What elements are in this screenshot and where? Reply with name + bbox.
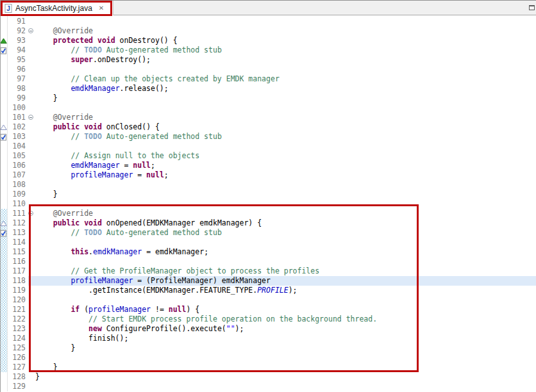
code-text[interactable]: // Start EMDK process profile operation …	[35, 314, 536, 324]
marker-bar-cell	[0, 26, 8, 36]
code-text[interactable]: public void onClosed() {	[35, 122, 536, 132]
code-text[interactable]: }	[35, 372, 536, 382]
code-text[interactable]: super.onDestroy();	[35, 55, 536, 65]
code-text[interactable]	[35, 382, 536, 391]
code-line-row[interactable]: 93 protected void onDestroy() {	[0, 36, 536, 45]
code-line-row[interactable]: 104	[0, 142, 536, 151]
restore-view-icon[interactable]	[529, 5, 535, 10]
code-text[interactable]: finish();	[35, 334, 536, 343]
code-line-row[interactable]: 99 }	[0, 94, 536, 103]
code-text[interactable]: @Override	[35, 209, 536, 218]
code-line-row[interactable]: 119 .getInstance(EMDKManager.FEATURE_TYP…	[0, 286, 536, 295]
code-line-row[interactable]: 121 if (profileManager != null) {	[0, 305, 536, 314]
code-text[interactable]	[35, 199, 536, 209]
code-text[interactable]: new ConfigureProfile().execute("");	[35, 324, 536, 334]
marker-bar-cell[interactable]	[0, 122, 8, 132]
code-line-row[interactable]: 103 // TODO Auto-generated method stub	[0, 132, 536, 142]
code-line-row[interactable]: 112 public void onOpened(EMDKManager emd…	[0, 218, 536, 228]
code-line-row[interactable]: 117 // Get the ProfileManager object to …	[0, 266, 536, 276]
code-line-row[interactable]: 126	[0, 353, 536, 363]
code-line-row[interactable]: 97 // Clean up the objects created by EM…	[0, 74, 536, 84]
code-line-row[interactable]: 96	[0, 65, 536, 74]
code-text[interactable]	[35, 238, 536, 247]
code-text[interactable]: // TODO Auto-generated method stub	[35, 45, 536, 55]
fold-column-cell	[28, 238, 35, 247]
fold-column-cell[interactable]	[28, 209, 35, 218]
code-line-row[interactable]: 109 }	[0, 190, 536, 199]
code-line-row[interactable]: 125 }	[0, 343, 536, 353]
code-line-row[interactable]: 123 new ConfigureProfile().execute("");	[0, 324, 536, 334]
code-line-row[interactable]: 114	[0, 238, 536, 247]
code-text[interactable]: // TODO Auto-generated method stub	[35, 228, 536, 238]
marker-bar-cell[interactable]	[0, 132, 8, 142]
fold-column-cell[interactable]	[28, 113, 35, 122]
code-text[interactable]: public void onOpened(EMDKManager emdkMan…	[35, 218, 536, 228]
code-text[interactable]: emdkManager = null;	[35, 161, 536, 170]
code-text[interactable]: }	[35, 363, 536, 372]
code-text[interactable]: protected void onDestroy() {	[35, 36, 536, 45]
tab-asynctaskactivity[interactable]: J AsyncTaskActivity.java ✕	[0, 1, 113, 15]
code-line-row[interactable]: 102 public void onClosed() {	[0, 122, 536, 132]
code-text[interactable]: // TODO Auto-generated method stub	[35, 132, 536, 142]
range-indicator-marker-cell	[0, 266, 8, 276]
code-line-row[interactable]: 106 emdkManager = null;	[0, 161, 536, 170]
code-text[interactable]	[35, 142, 536, 151]
code-line-row[interactable]: 118 profileManager = (ProfileManager) em…	[0, 276, 536, 286]
code-text[interactable]: .getInstance(EMDKManager.FEATURE_TYPE.PR…	[35, 286, 536, 295]
code-text[interactable]: }	[35, 94, 536, 103]
code-line-row[interactable]: 120	[0, 295, 536, 305]
code-line-row[interactable]: 108	[0, 180, 536, 190]
code-text[interactable]: // Assign null to the objects	[35, 151, 536, 161]
code-text[interactable]	[35, 65, 536, 74]
code-line-row[interactable]: 105 // Assign null to the objects	[0, 151, 536, 161]
code-text[interactable]: emdkManager.release();	[35, 84, 536, 94]
fold-collapse-icon[interactable]	[28, 28, 33, 33]
code-text[interactable]: }	[35, 190, 536, 199]
code-text[interactable]	[35, 353, 536, 363]
line-number: 117	[8, 266, 28, 276]
code-text[interactable]: // Get the ProfileManager object to proc…	[35, 266, 536, 276]
marker-bar-cell[interactable]	[0, 36, 8, 45]
code-line-row[interactable]: 124 finish();	[0, 334, 536, 343]
code-line-row[interactable]: 111 @Override	[0, 209, 536, 218]
code-line-row[interactable]: 100	[0, 103, 536, 113]
code-text[interactable]: profileManager = (ProfileManager) emdkMa…	[35, 276, 536, 286]
code-text[interactable]	[35, 180, 536, 190]
range-indicator-marker-cell[interactable]	[0, 218, 8, 228]
code-text[interactable]: }	[35, 343, 536, 353]
marker-bar-cell[interactable]	[0, 45, 8, 55]
code-editor-area[interactable]: 90 }9192 @Override93 protected void onDe…	[0, 15, 536, 392]
code-text[interactable]	[35, 257, 536, 266]
code-line-row[interactable]: 107 profileManager = null;	[0, 170, 536, 180]
code-text[interactable]: // Clean up the objects created by EMDK …	[35, 74, 536, 84]
line-number: 108	[8, 180, 28, 190]
code-line-row[interactable]: 129	[0, 382, 536, 391]
code-line-row[interactable]: 92 @Override	[0, 26, 536, 36]
fold-collapse-icon[interactable]	[28, 115, 33, 120]
code-text[interactable]: this.emdkManager = emdkManager;	[35, 247, 536, 257]
code-line-row[interactable]: 113 // TODO Auto-generated method stub	[0, 228, 536, 238]
code-line-row[interactable]: 98 emdkManager.release();	[0, 84, 536, 94]
code-text[interactable]: @Override	[35, 113, 536, 122]
code-line-row[interactable]: 110	[0, 199, 536, 209]
range-indicator-marker-cell	[0, 324, 8, 334]
code-line-row[interactable]: 101 @Override	[0, 113, 536, 122]
range-indicator-marker-cell[interactable]	[0, 228, 8, 238]
fold-column-cell[interactable]	[28, 26, 35, 36]
code-line-row[interactable]: 122 // Start EMDK process profile operat…	[0, 314, 536, 324]
code-line-row[interactable]: 95 super.onDestroy();	[0, 55, 536, 65]
fold-collapse-icon[interactable]	[28, 211, 33, 216]
code-text[interactable]	[35, 103, 536, 113]
code-text[interactable]	[35, 17, 536, 26]
code-line-row[interactable]: 91	[0, 17, 536, 26]
code-text[interactable]: profileManager = null;	[35, 170, 536, 180]
code-text[interactable]: @Override	[35, 26, 536, 36]
code-line-row[interactable]: 127 }	[0, 363, 536, 372]
code-text[interactable]: if (profileManager != null) {	[35, 305, 536, 314]
code-line-row[interactable]: 94 // TODO Auto-generated method stub	[0, 45, 536, 55]
code-line-row[interactable]: 128}	[0, 372, 536, 382]
close-icon[interactable]: ✕	[99, 5, 104, 12]
code-line-row[interactable]: 115 this.emdkManager = emdkManager;	[0, 247, 536, 257]
code-line-row[interactable]: 116	[0, 257, 536, 266]
code-text[interactable]	[35, 295, 536, 305]
